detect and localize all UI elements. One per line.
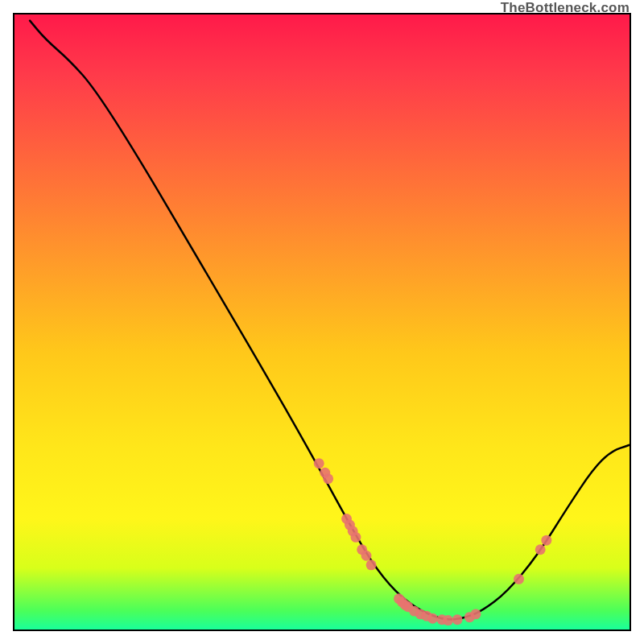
chart-svg xyxy=(14,14,630,630)
data-point xyxy=(314,458,324,469)
data-point xyxy=(471,609,481,619)
plot-area xyxy=(13,13,631,631)
chart-container: TheBottleneck.com xyxy=(0,0,644,644)
data-point xyxy=(323,473,333,484)
data-point xyxy=(452,614,463,625)
curve-line xyxy=(30,21,630,620)
scatter-group xyxy=(314,458,552,625)
data-point xyxy=(427,613,438,624)
data-point xyxy=(535,544,546,555)
data-point xyxy=(443,615,453,625)
data-point xyxy=(541,535,551,546)
data-point xyxy=(514,574,524,584)
data-point xyxy=(351,532,361,543)
data-point xyxy=(361,551,372,561)
data-point xyxy=(366,559,377,570)
